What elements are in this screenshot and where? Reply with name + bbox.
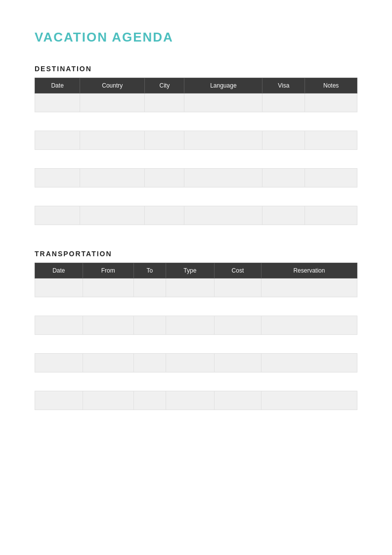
transportation-header-row: Date From To Type Cost Reservation [35,263,357,278]
transportation-table: Date From To Type Cost Reservation [35,263,357,410]
transportation-col-date: Date [35,263,83,278]
table-cell[interactable] [35,169,80,187]
table-cell[interactable] [83,391,133,410]
table-cell[interactable] [83,316,133,335]
table-cell[interactable] [214,316,261,335]
destination-section: DESTINATION Date Country City Language V… [35,65,357,225]
table-cell[interactable] [35,131,80,150]
table-cell[interactable] [166,278,214,297]
table-cell[interactable] [305,131,357,150]
table-cell[interactable] [184,206,262,225]
spacer-row [35,372,357,391]
table-cell[interactable] [214,354,261,372]
table-cell[interactable] [262,206,305,225]
table-cell[interactable] [35,206,80,225]
spacer-row [35,335,357,354]
transportation-col-to: To [133,263,166,278]
page-title: VACATION AGENDA [35,30,357,45]
destination-col-date: Date [35,78,80,93]
destination-col-visa: Visa [262,78,305,93]
destination-col-country: Country [80,78,145,93]
table-row[interactable] [35,93,357,112]
destination-col-notes: Notes [305,78,357,93]
table-cell[interactable] [35,316,83,335]
transportation-col-type: Type [166,263,214,278]
spacer-row [35,150,357,169]
table-cell[interactable] [261,278,357,297]
table-cell[interactable] [35,93,80,112]
table-row[interactable] [35,354,357,372]
table-cell[interactable] [305,93,357,112]
destination-section-title: DESTINATION [35,65,357,73]
transportation-col-from: From [83,263,133,278]
table-cell[interactable] [145,169,184,187]
table-cell[interactable] [35,354,83,372]
table-cell[interactable] [80,206,145,225]
transportation-section: TRANSPORTATION Date From To Type Cost Re… [35,250,357,410]
table-cell[interactable] [145,93,184,112]
table-cell[interactable] [166,391,214,410]
destination-header-row: Date Country City Language Visa Notes [35,78,357,93]
destination-col-city: City [145,78,184,93]
table-cell[interactable] [184,93,262,112]
table-cell[interactable] [133,354,166,372]
table-cell[interactable] [305,206,357,225]
table-cell[interactable] [261,354,357,372]
table-cell[interactable] [35,391,83,410]
table-cell[interactable] [262,93,305,112]
table-cell[interactable] [83,278,133,297]
table-row[interactable] [35,316,357,335]
table-cell[interactable] [83,354,133,372]
table-cell[interactable] [80,93,145,112]
table-cell[interactable] [35,278,83,297]
table-cell[interactable] [214,278,261,297]
destination-table: Date Country City Language Visa Notes [35,78,357,225]
spacer-row [35,297,357,316]
table-row[interactable] [35,278,357,297]
table-cell[interactable] [184,131,262,150]
table-row[interactable] [35,131,357,150]
table-cell[interactable] [262,131,305,150]
table-cell[interactable] [261,316,357,335]
table-cell[interactable] [145,206,184,225]
spacer-row [35,187,357,206]
table-row[interactable] [35,391,357,410]
table-cell[interactable] [166,354,214,372]
table-row[interactable] [35,206,357,225]
table-cell[interactable] [184,169,262,187]
table-cell[interactable] [214,391,261,410]
table-cell[interactable] [133,316,166,335]
table-cell[interactable] [80,131,145,150]
table-cell[interactable] [145,131,184,150]
spacer-row [35,112,357,131]
table-cell[interactable] [261,391,357,410]
table-cell[interactable] [133,278,166,297]
table-cell[interactable] [80,169,145,187]
table-cell[interactable] [305,169,357,187]
transportation-section-title: TRANSPORTATION [35,250,357,258]
table-cell[interactable] [262,169,305,187]
table-cell[interactable] [166,316,214,335]
table-cell[interactable] [133,391,166,410]
destination-col-language: Language [184,78,262,93]
transportation-col-cost: Cost [214,263,261,278]
table-row[interactable] [35,169,357,187]
transportation-col-reservation: Reservation [261,263,357,278]
